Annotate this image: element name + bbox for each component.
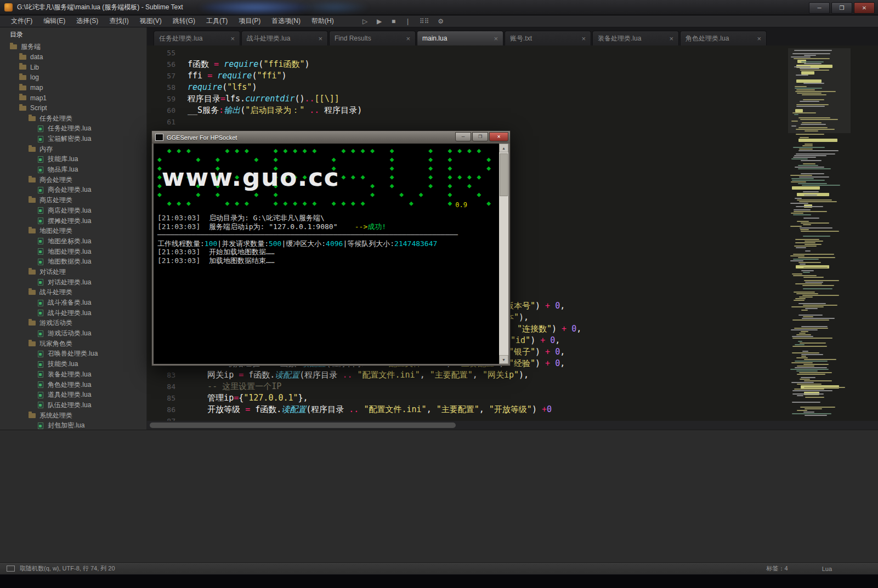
tree-item[interactable]: 任务处理类.lua bbox=[0, 124, 146, 134]
tree-item[interactable]: 地图处理类.lua bbox=[0, 247, 146, 257]
tree-item[interactable]: 召唤兽处理类.lua bbox=[0, 349, 146, 359]
console-titlebar[interactable]: GGEServer For HPSocket ─❐✕ bbox=[152, 131, 510, 144]
run-icon[interactable]: ▶ bbox=[377, 18, 382, 25]
tree-item[interactable]: 系统处理类 bbox=[0, 410, 146, 421]
tree-item[interactable]: 地图数据类.lua bbox=[0, 256, 146, 267]
tree-item[interactable]: 商会处理类 bbox=[0, 175, 146, 185]
close-button[interactable]: ✕ bbox=[854, 2, 875, 14]
tab-close-icon[interactable]: × bbox=[406, 35, 410, 43]
tree-item[interactable]: Script bbox=[0, 103, 146, 113]
maximize-button[interactable]: ❐ bbox=[831, 2, 852, 14]
scroll-up-arrow-icon[interactable]: ▲ bbox=[499, 144, 508, 152]
tree-item[interactable]: 对话处理 bbox=[0, 267, 146, 277]
minimap[interactable] bbox=[788, 48, 851, 419]
run-outline-icon[interactable]: ▷ bbox=[362, 18, 368, 25]
tree-item-label: 内存 bbox=[39, 145, 53, 154]
tab-close-icon[interactable]: × bbox=[318, 35, 322, 43]
tab-close-icon[interactable]: × bbox=[757, 35, 761, 43]
menu-item[interactable]: 跳转(G) bbox=[167, 16, 201, 26]
tab[interactable]: main.lua× bbox=[417, 31, 503, 45]
status-tab-count[interactable]: 标签：4 bbox=[767, 564, 788, 573]
panel-toggle-icon[interactable] bbox=[7, 566, 15, 572]
tree-item[interactable]: 装备处理类.lua bbox=[0, 369, 146, 380]
tab-close-icon[interactable]: × bbox=[494, 35, 498, 43]
tree-item[interactable]: 道具处理类.lua bbox=[0, 390, 146, 400]
tree-item[interactable]: 技能库.lua bbox=[0, 155, 146, 165]
console-minimize-button[interactable]: ─ bbox=[455, 132, 471, 141]
tab[interactable]: 装备处理类.lua× bbox=[592, 31, 679, 45]
text-segment: require bbox=[217, 71, 252, 81]
tree-item[interactable]: 游戏活动类.lua bbox=[0, 328, 146, 339]
tree-item[interactable]: 摆摊处理类.lua bbox=[0, 216, 146, 226]
tree-item[interactable]: 封包加密.lua bbox=[0, 420, 146, 430]
menu-item[interactable]: 选择(S) bbox=[71, 16, 104, 26]
tab-close-icon[interactable]: × bbox=[581, 35, 586, 43]
tree-item[interactable]: map bbox=[0, 83, 146, 93]
tree-item[interactable]: 宝箱解密类.lua bbox=[0, 134, 146, 144]
tree-item[interactable]: 商店处理类 bbox=[0, 195, 146, 205]
code-line: 83 网关ip = f函数.读配置(程序目录 .. "配置文件.ini", "主… bbox=[147, 369, 878, 381]
menu-item[interactable]: 工具(T) bbox=[201, 16, 233, 26]
stop-icon[interactable]: ■ bbox=[391, 18, 396, 25]
menu-item[interactable]: 编辑(E) bbox=[38, 16, 71, 26]
tree-item[interactable]: 战斗处理类.lua bbox=[0, 308, 146, 318]
tab-close-icon[interactable]: × bbox=[669, 35, 673, 43]
settings-gear-icon[interactable]: ⚙ bbox=[438, 18, 444, 25]
minimap-bar bbox=[791, 213, 803, 214]
toolbar-divider: | bbox=[405, 18, 411, 25]
menu-item[interactable]: 视图(V) bbox=[134, 16, 167, 26]
tree-item[interactable]: 玩家角色类 bbox=[0, 339, 146, 349]
tree-item[interactable]: Lib bbox=[0, 62, 146, 72]
tree-item[interactable]: 战斗准备类.lua bbox=[0, 298, 146, 308]
status-syntax[interactable]: Lua bbox=[822, 566, 832, 572]
tab[interactable]: 账号.txt× bbox=[505, 31, 591, 45]
minimize-button[interactable]: ─ bbox=[809, 2, 830, 14]
menu-item[interactable]: 文件(F) bbox=[5, 16, 38, 26]
console-maximize-button[interactable]: ❐ bbox=[472, 132, 488, 141]
tree-item[interactable]: log bbox=[0, 72, 146, 83]
tab[interactable]: 任务处理类.lua× bbox=[154, 31, 240, 45]
minimap-bar bbox=[797, 374, 825, 375]
horizontal-scrollbar[interactable] bbox=[147, 421, 878, 430]
menu-item[interactable]: 首选项(N) bbox=[266, 16, 306, 26]
tree-item[interactable]: data bbox=[0, 52, 146, 62]
tree-item[interactable]: 服务端 bbox=[0, 42, 146, 52]
console-scrollbar-thumb[interactable] bbox=[500, 153, 508, 196]
minimap-bar bbox=[792, 338, 832, 339]
tree-item[interactable]: map1 bbox=[0, 93, 146, 103]
tree-item[interactable]: 技能类.lua bbox=[0, 359, 146, 369]
console-close-button[interactable]: ✕ bbox=[489, 132, 508, 141]
tab[interactable]: 角色处理类.lua× bbox=[680, 31, 767, 45]
text-segment: "经验" bbox=[509, 358, 535, 368]
tree-item[interactable]: 对话处理类.lua bbox=[0, 277, 146, 288]
horizontal-scrollbar-thumb[interactable] bbox=[150, 423, 456, 428]
console-window[interactable]: GGEServer For HPSocket ─❐✕ ◆ ◆ ◆ ◆ ◆ ◆ ◆… bbox=[151, 130, 511, 366]
tree-item[interactable]: 队伍处理类.lua bbox=[0, 400, 146, 410]
minimap-bar bbox=[801, 222, 829, 224]
tree-item[interactable]: 游戏活动类 bbox=[0, 318, 146, 329]
tab-label: Find Results bbox=[335, 35, 403, 42]
tab[interactable]: Find Results× bbox=[329, 31, 416, 45]
tree-item[interactable]: 商会处理类.lua bbox=[0, 185, 146, 196]
tree-item[interactable]: 角色处理类.lua bbox=[0, 380, 146, 390]
console-scrollbar[interactable]: ▲ ▼ bbox=[499, 144, 508, 364]
console-log-line: [21:03:03] 服务端启动ip为: "127.0.0.1:9080" --… bbox=[157, 222, 496, 231]
tree-item[interactable]: 物品库.lua bbox=[0, 164, 146, 175]
menu-item[interactable]: 项目(P) bbox=[233, 16, 266, 26]
tab-close-icon[interactable]: × bbox=[230, 35, 235, 43]
tree-item[interactable]: 任务处理类 bbox=[0, 113, 146, 124]
text-segment: + bbox=[562, 324, 571, 334]
text-segment: .. bbox=[305, 94, 315, 104]
tree-item[interactable]: 地图处理类 bbox=[0, 226, 146, 236]
minimap-bar bbox=[792, 402, 820, 403]
menu-item[interactable]: 查找(I) bbox=[104, 16, 134, 26]
tree-item[interactable]: 战斗处理类 bbox=[0, 288, 146, 298]
text-segment: "ffi" bbox=[257, 71, 281, 81]
scroll-down-arrow-icon[interactable]: ▼ bbox=[499, 355, 508, 364]
layout-grid-icon[interactable]: ⠿⠿ bbox=[420, 18, 429, 25]
tree-item[interactable]: 内存 bbox=[0, 144, 146, 155]
tab[interactable]: 战斗处理类.lua× bbox=[241, 31, 328, 45]
menu-item[interactable]: 帮助(H) bbox=[306, 16, 339, 26]
tree-item[interactable]: 商店处理类.lua bbox=[0, 205, 146, 216]
tree-item[interactable]: 地图坐标类.lua bbox=[0, 236, 146, 247]
